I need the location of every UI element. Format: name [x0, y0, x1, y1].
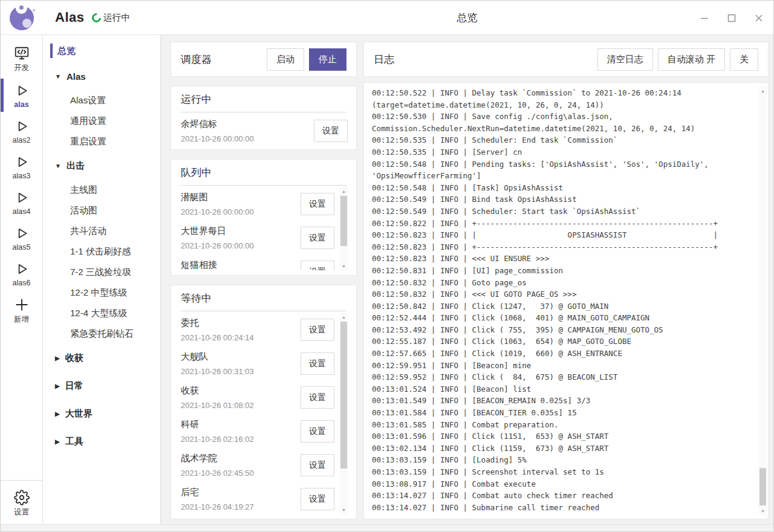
menu-item[interactable]: 1-1 伏击刷好感	[43, 241, 160, 262]
task-row: 科研2021-10-26 02:16:02设置	[181, 414, 334, 448]
scrollbar[interactable]: ▲▼	[340, 313, 348, 514]
code-monitor-icon	[14, 45, 30, 61]
task-settings-button[interactable]: 设置	[301, 227, 334, 249]
log-line: 00:12:53.492 | INFO | Click ( 755, 395) …	[372, 324, 759, 336]
log-line: 00:12:59.951 | INFO | [Beacon] mine	[372, 360, 759, 372]
task-time: 2021-10-26 00:31:03	[181, 367, 254, 376]
rail-item-settings[interactable]: 设置	[1, 484, 42, 522]
menu-item[interactable]: 总览	[43, 39, 160, 62]
chevron-right-icon: ▶	[55, 355, 60, 362]
log-panel-header: 日志 清空日志 自动滚动 开 关	[363, 42, 769, 77]
task-time: 2021-10-26 00:00:00	[181, 241, 254, 250]
log-content: 00:12:50.522 | INFO | Delay task `Commis…	[363, 82, 769, 519]
task-name: 大舰队	[181, 351, 254, 363]
menu-item[interactable]: 重启设置	[43, 131, 160, 152]
task-settings-button[interactable]: 设置	[301, 319, 334, 341]
task-name: 委托	[181, 317, 254, 329]
menu-item[interactable]: 通用设置	[43, 111, 160, 131]
scroll-down-arrow-icon[interactable]: ▼	[759, 507, 767, 515]
menu-item[interactable]: ▶工具	[43, 427, 160, 455]
scroll-thumb[interactable]	[759, 468, 766, 505]
start-button[interactable]: 启动	[267, 48, 304, 71]
minimize-button[interactable]	[700, 13, 709, 23]
rail-item-alas6[interactable]: alas6	[1, 256, 42, 291]
task-settings-button[interactable]: 设置	[314, 120, 348, 142]
menu-item-label: 主线图	[70, 184, 97, 196]
play-icon	[14, 261, 30, 277]
scheduler-title: 调度器	[181, 53, 212, 66]
autoscroll-on-button[interactable]: 自动滚动 开	[658, 48, 725, 71]
maximize-button[interactable]	[727, 13, 737, 23]
log-line: 00:12:50.530 | INFO | Save config ./conf…	[372, 111, 759, 134]
log-line: 00:12:57.665 | INFO | Click (1019, 660) …	[372, 348, 759, 360]
stop-button[interactable]: 停止	[309, 48, 346, 71]
task-name: 余烬信标	[181, 118, 254, 130]
autoscroll-off-button[interactable]: 关	[730, 48, 758, 71]
task-row: 大舰队2021-10-26 00:31:03设置	[181, 346, 334, 380]
scroll-up-arrow-icon[interactable]: ▲	[340, 313, 348, 321]
scroll-up-arrow-icon[interactable]: ▲	[759, 86, 767, 95]
bottom-strip	[1, 524, 773, 531]
menu-item[interactable]: ▶收获	[43, 344, 160, 372]
scroll-up-arrow-icon[interactable]: ▲	[340, 187, 348, 195]
task-name: 科研	[181, 419, 254, 430]
section-title: 运行中	[171, 86, 356, 112]
rail-item-add[interactable]: 新增	[1, 291, 42, 329]
scroll-thumb[interactable]	[340, 196, 347, 246]
menu-item[interactable]: ▶大世界	[43, 400, 160, 427]
rail-item-dev[interactable]: 开发	[1, 40, 42, 77]
menu-item[interactable]: ▼Alas	[43, 62, 160, 90]
menu-item-label: 重启设置	[70, 136, 106, 148]
log-line: 00:12:50.548 | INFO | Pending tasks: ['O…	[372, 158, 759, 182]
rail-item-alas4[interactable]: alas4	[1, 184, 42, 220]
menu-item-label: 紧急委托刷钻石	[70, 328, 134, 340]
scroll-down-arrow-icon[interactable]: ▼	[340, 505, 348, 514]
log-scrollbar[interactable]: ▲ ▼	[759, 86, 767, 515]
rail-item-alas3[interactable]: alas3	[1, 149, 42, 184]
task-time: 2021-10-26 02:16:02	[181, 435, 254, 444]
menu-item[interactable]: 共斗活动	[43, 221, 160, 241]
task-settings-button[interactable]: 设置	[301, 488, 334, 510]
log-line: 00:13:01.585 | INFO | Combat preparation…	[372, 419, 759, 431]
rail-item-alas2[interactable]: alas2	[1, 113, 42, 149]
menu-item-label: 总览	[57, 45, 76, 57]
clear-log-button[interactable]: 清空日志	[597, 48, 653, 71]
close-button[interactable]	[754, 13, 764, 23]
section-waiting: 等待中委托2021-10-26 00:24:14设置大舰队2021-10-26 …	[171, 285, 357, 519]
menu-item[interactable]: ▼出击	[43, 152, 160, 180]
menu-item-label: 收获	[65, 352, 83, 364]
menu-item[interactable]: Alas设置	[43, 90, 160, 111]
task-settings-button[interactable]: 设置	[301, 352, 334, 375]
task-settings-button[interactable]: 设置	[301, 454, 334, 476]
log-line: 00:12:59.952 | INFO | Click ( 84, 675) @…	[372, 371, 759, 383]
menu-item-label: Alas	[67, 71, 86, 82]
menu-item[interactable]: ▶日常	[43, 372, 160, 400]
task-settings-button[interactable]: 设置	[301, 420, 334, 443]
task-name: 收获	[181, 385, 254, 397]
scrollbar[interactable]: ▲▼	[340, 187, 348, 270]
menu-item-label: 12-2 中型练级	[70, 287, 127, 299]
menu-item[interactable]: 主线图	[43, 180, 160, 200]
menu-item[interactable]: 7-2 三战捡垃圾	[43, 262, 160, 282]
log-buttons: 清空日志 自动滚动 开 关	[597, 48, 758, 71]
log-lines: 00:12:50.522 | INFO | Delay task `Commis…	[372, 86, 759, 515]
scroll-thumb[interactable]	[340, 322, 347, 469]
task-row: 战术学院2021-10-26 02:45:50设置	[181, 448, 334, 482]
task-settings-button[interactable]: 设置	[301, 386, 334, 409]
play-icon	[14, 190, 30, 206]
task-settings-button[interactable]: 设置	[301, 193, 334, 215]
menu-item[interactable]: 12-4 大型练级	[43, 303, 160, 323]
menu-item[interactable]: 紧急委托刷钻石	[43, 323, 160, 344]
rail-item-alas[interactable]: alas	[1, 77, 42, 113]
menu-item[interactable]: 12-2 中型练级	[43, 282, 160, 303]
nav-menu: 总览▼AlasAlas设置通用设置重启设置▼出击主线图活动图共斗活动1-1 伏击…	[43, 35, 161, 524]
log-line: 00:13:01.596 | INFO | Click (1151, 653) …	[372, 430, 759, 443]
task-name: 短猫相接	[181, 259, 254, 270]
play-icon	[14, 225, 30, 241]
rail-item-alas5[interactable]: alas5	[1, 220, 42, 256]
task-settings-button[interactable]: 设置	[301, 261, 334, 270]
menu-item[interactable]: 活动图	[43, 200, 160, 221]
log-title: 日志	[374, 53, 394, 66]
menu-item-label: 大世界	[65, 408, 93, 420]
scroll-down-arrow-icon[interactable]: ▼	[340, 262, 348, 270]
